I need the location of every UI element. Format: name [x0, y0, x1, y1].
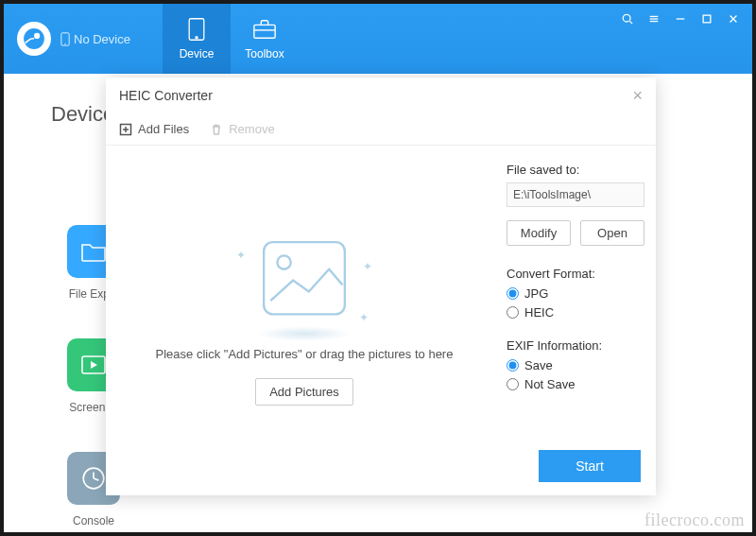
svg-point-3: [64, 43, 65, 43]
svg-rect-6: [254, 25, 275, 38]
format-label: Convert Format:: [507, 267, 644, 281]
svg-point-8: [623, 14, 630, 22]
menu-icon[interactable]: [646, 11, 662, 26]
plus-box-icon: [119, 123, 132, 136]
add-files-button[interactable]: Add Files: [119, 122, 189, 136]
close-icon[interactable]: [726, 11, 741, 26]
window-controls: [620, 4, 752, 74]
dialog-header: HEIC Converter ×: [106, 78, 656, 113]
svg-point-26: [277, 255, 290, 268]
format-heic-radio[interactable]: [507, 306, 519, 319]
brand: No Device: [4, 4, 144, 74]
remove-label: Remove: [229, 122, 274, 136]
tab-toolbox[interactable]: Toolbox: [231, 4, 299, 74]
add-pictures-button[interactable]: Add Pictures: [255, 378, 353, 406]
minimize-icon[interactable]: [673, 11, 688, 26]
dialog-side-panel: File saved to: Modify Open Convert Forma…: [503, 146, 656, 495]
modify-button[interactable]: Modify: [507, 220, 571, 246]
title-bar: No Device Device Toolbox: [4, 4, 752, 74]
toolbox-icon: [252, 17, 277, 42]
exif-notsave-option[interactable]: Not Save: [507, 377, 644, 391]
format-jpg-option[interactable]: JPG: [507, 286, 644, 301]
phone-icon: [60, 32, 70, 46]
format-heic-option[interactable]: HEIC: [507, 305, 644, 320]
drop-area[interactable]: ✦✦✦ Please click "Add Pictures" or drag …: [106, 146, 503, 495]
exif-save-label: Save: [524, 358, 553, 372]
format-jpg-radio[interactable]: [507, 287, 519, 300]
image-placeholder-icon: ✦✦✦: [248, 235, 361, 330]
svg-point-5: [196, 37, 198, 39]
watermark: filecroco.com: [644, 510, 745, 530]
header-tabs: Device Toolbox: [163, 4, 299, 74]
exif-label: EXIF Information:: [507, 338, 644, 353]
svg-point-1: [34, 33, 40, 39]
exif-notsave-label: Not Save: [524, 377, 575, 391]
dialog-toolbar: Add Files Remove: [106, 113, 656, 146]
exif-notsave-radio[interactable]: [507, 378, 519, 390]
exif-save-option[interactable]: Save: [507, 358, 644, 372]
app-logo-icon: [17, 22, 51, 56]
app-window: No Device Device Toolbox Device: [4, 4, 752, 532]
svg-marker-18: [91, 361, 97, 369]
format-heic-label: HEIC: [524, 305, 554, 320]
device-status-label: No Device: [74, 32, 130, 46]
format-group: Convert Format: JPG HEIC: [507, 267, 644, 320]
svg-line-21: [94, 478, 98, 480]
heic-converter-dialog: HEIC Converter × Add Files Remove ✦✦✦ Pl…: [106, 78, 656, 495]
tab-device-label: Device: [180, 47, 215, 61]
start-button[interactable]: Start: [539, 450, 641, 482]
tablet-icon: [184, 17, 209, 42]
drop-instruction: Please click "Add Pictures" or drag the …: [156, 347, 454, 361]
add-files-label: Add Files: [138, 122, 189, 136]
save-path-input[interactable]: [507, 182, 644, 207]
open-button[interactable]: Open: [580, 220, 644, 246]
device-status: No Device: [60, 32, 130, 46]
dialog-body: ✦✦✦ Please click "Add Pictures" or drag …: [106, 146, 656, 495]
remove-button: Remove: [210, 122, 274, 136]
save-path-label: File saved to:: [507, 163, 644, 177]
tool-console-label: Console: [73, 514, 114, 527]
exif-save-radio[interactable]: [507, 359, 519, 372]
dialog-close-icon[interactable]: ×: [632, 87, 643, 104]
tab-toolbox-label: Toolbox: [245, 47, 284, 61]
trash-icon: [210, 123, 223, 136]
svg-rect-25: [264, 242, 345, 314]
maximize-icon[interactable]: [699, 11, 714, 26]
svg-line-9: [630, 22, 633, 25]
exif-group: EXIF Information: Save Not Save: [507, 338, 644, 391]
format-jpg-label: JPG: [524, 286, 548, 301]
tab-device[interactable]: Device: [163, 4, 231, 74]
svg-rect-14: [703, 15, 711, 23]
search-icon[interactable]: [620, 11, 635, 26]
dialog-title: HEIC Converter: [119, 88, 213, 103]
